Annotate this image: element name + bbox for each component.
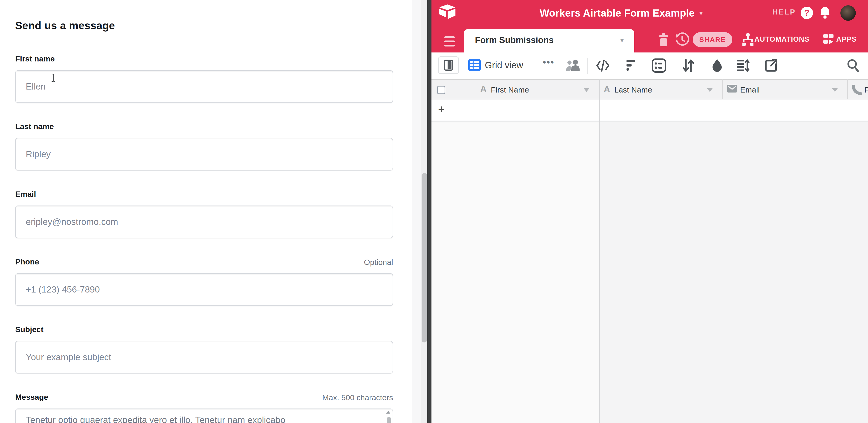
- base-title-caret-icon: ▾: [699, 9, 703, 17]
- phone-input[interactable]: +1 (123) 456-7890: [15, 273, 393, 306]
- column-header-email[interactable]: Email: [740, 85, 760, 94]
- column-header-first-name[interactable]: First Name: [491, 85, 529, 94]
- trash-icon[interactable]: [658, 33, 669, 46]
- email-label: Email: [15, 190, 36, 199]
- contact-form-pane: Send us a message First name Ellen Last …: [0, 0, 412, 423]
- message-label: Message: [15, 393, 48, 401]
- column-header-last-name[interactable]: Last Name: [614, 85, 652, 94]
- phone-label: Phone: [15, 257, 39, 266]
- search-icon[interactable]: [847, 58, 860, 72]
- sort-icon[interactable]: [682, 58, 694, 73]
- view-toolbar: Grid view •••: [431, 53, 868, 79]
- phone-field-type-icon: [851, 85, 862, 95]
- text-cursor-icon: [51, 73, 56, 83]
- airtable-topbar: Workers Airtable Form Example ▾ HELP ?: [431, 0, 868, 26]
- filter-icon[interactable]: [626, 58, 636, 73]
- grid-empty-area-frozen: [431, 122, 599, 423]
- message-scrollbar-thumb[interactable]: [387, 417, 391, 423]
- text-field-type-icon: A: [604, 84, 610, 94]
- history-icon[interactable]: [675, 32, 689, 46]
- sidebar-toggle-icon: [444, 60, 453, 71]
- phone-placeholder: +1 (123) 456-7890: [26, 284, 100, 295]
- scroll-up-arrow-icon[interactable]: [386, 411, 390, 414]
- apps-icon[interactable]: [823, 33, 834, 45]
- last-name-placeholder: Ripley: [26, 149, 51, 159]
- phone-optional-note: Optional: [364, 258, 393, 267]
- airtable-pane: Workers Airtable Form Example ▾ HELP ? F…: [431, 0, 868, 423]
- grid-view-icon: [468, 59, 481, 71]
- collaborators-icon[interactable]: [565, 58, 581, 73]
- add-row[interactable]: +: [431, 100, 868, 122]
- notifications-bell-icon[interactable]: [820, 6, 830, 19]
- message-maxchars-note: Max. 500 characters: [322, 393, 393, 402]
- subject-label: Subject: [15, 325, 43, 334]
- automations-icon[interactable]: [742, 33, 753, 46]
- email-input[interactable]: eripley@nostromo.com: [15, 206, 393, 238]
- screen: Send us a message First name Ellen Last …: [0, 0, 868, 423]
- text-field-type-icon: A: [480, 84, 487, 94]
- grid-header-row: A First Name A Last Name Email Phone: [431, 79, 868, 99]
- view-options-ellipsis-icon[interactable]: •••: [543, 57, 555, 67]
- row-height-icon[interactable]: [737, 58, 750, 73]
- last-name-label: Last name: [15, 122, 54, 131]
- table-tab-form-submissions[interactable]: Form Submissions ▾: [464, 29, 634, 53]
- subject-placeholder: Your example subject: [26, 352, 111, 362]
- table-tab-label: Form Submissions: [475, 35, 554, 45]
- last-name-input[interactable]: Ripley: [15, 138, 393, 171]
- column-separator[interactable]: [722, 79, 723, 99]
- table-tab-caret-icon: ▾: [620, 36, 624, 44]
- base-title: Workers Airtable Form Example: [540, 7, 695, 19]
- frozen-column-separator[interactable]: [599, 79, 600, 423]
- email-field-type-icon: [727, 85, 737, 92]
- email-placeholder: eripley@nostromo.com: [26, 217, 118, 227]
- page-scrollbar-thumb[interactable]: [422, 173, 427, 342]
- share-button[interactable]: SHARE: [693, 32, 732, 47]
- airtable-tabbar: Form Submissions ▾ SHARE: [431, 26, 868, 53]
- base-title-group[interactable]: Workers Airtable Form Example ▾: [431, 0, 811, 26]
- help-button[interactable]: HELP: [773, 8, 796, 16]
- share-label: SHARE: [699, 36, 725, 43]
- column-caret-icon[interactable]: [707, 88, 713, 92]
- select-all-checkbox[interactable]: [437, 86, 445, 94]
- message-scrollbar[interactable]: [386, 410, 391, 423]
- view-sidebar-toggle-button[interactable]: [438, 56, 459, 74]
- toolbar-divider: [587, 58, 588, 73]
- color-icon[interactable]: [711, 58, 723, 73]
- menu-hamburger-icon[interactable]: [444, 36, 455, 49]
- hide-fields-icon[interactable]: [596, 58, 610, 73]
- form-title: Send us a message: [15, 19, 115, 32]
- share-view-icon[interactable]: [765, 58, 778, 73]
- window-divider: [427, 0, 431, 423]
- help-question-icon[interactable]: ?: [801, 7, 813, 19]
- message-text: Tenetur optio quaerat expedita vero et i…: [26, 415, 375, 423]
- user-avatar[interactable]: [840, 5, 856, 21]
- column-caret-icon[interactable]: [832, 88, 838, 92]
- add-row-plus-icon[interactable]: +: [438, 103, 444, 116]
- automations-button[interactable]: AUTOMATIONS: [754, 35, 809, 43]
- first-name-placeholder: Ellen: [26, 82, 46, 92]
- form-pane-gutter: [412, 0, 421, 423]
- first-name-label: First name: [15, 54, 55, 63]
- message-textarea[interactable]: Tenetur optio quaerat expedita vero et i…: [15, 409, 393, 423]
- apps-button[interactable]: APPS: [836, 35, 857, 43]
- subject-input[interactable]: Your example subject: [15, 341, 393, 373]
- column-separator[interactable]: [847, 79, 848, 99]
- column-caret-icon[interactable]: [584, 88, 589, 92]
- column-header-phone[interactable]: Phone: [864, 85, 868, 94]
- first-name-input[interactable]: Ellen: [15, 70, 393, 103]
- view-name[interactable]: Grid view: [485, 60, 523, 70]
- group-icon[interactable]: [652, 58, 666, 73]
